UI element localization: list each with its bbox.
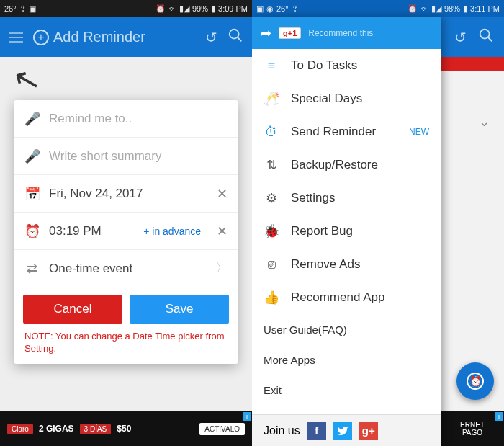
ad-banner-partial[interactable]: i ERNET PAGO xyxy=(441,411,504,446)
drawer-item-more-apps[interactable]: More Apps xyxy=(252,344,441,375)
menu-icon[interactable] xyxy=(9,32,23,43)
history-icon[interactable]: ↺ xyxy=(454,29,467,46)
ad-banner[interactable]: Claro 2 GIGAS 3 DÍAS $50 ACTIVALO i xyxy=(0,411,252,446)
ad-text-2: PAGO xyxy=(462,429,482,437)
temp-indicator: 26° xyxy=(276,4,289,13)
remind-title-input[interactable]: Remind me to.. xyxy=(49,112,228,126)
drawer-item-label: Send Reminder xyxy=(291,125,397,139)
history-icon[interactable]: ↺ xyxy=(205,29,217,46)
google-plus-badge[interactable]: g+1 xyxy=(279,27,301,39)
appbar-title-label: Add Reminder xyxy=(53,29,145,45)
ad-days: 3 DÍAS xyxy=(80,424,112,434)
ads-icon: ⎚ xyxy=(264,257,279,272)
drawer-item-backup[interactable]: ⇅ Backup/Restore xyxy=(252,148,441,182)
drawer-item-recommend-app[interactable]: 👍 Recommend App xyxy=(252,281,441,314)
cancel-button[interactable]: Cancel xyxy=(23,295,122,324)
join-us-label: Join us xyxy=(264,424,300,437)
ad-info-icon[interactable]: i xyxy=(243,412,251,421)
drawer-item-remove-ads[interactable]: ⎚ Remove Ads xyxy=(252,248,441,281)
repeat-value[interactable]: One-time event xyxy=(49,262,206,276)
drawer-item-todo[interactable]: ≡ To Do Tasks xyxy=(252,49,441,82)
summary-input[interactable]: Write short summary xyxy=(49,149,228,164)
clear-date-icon[interactable]: ✕ xyxy=(217,186,228,202)
ad-cta-button[interactable]: ACTIVALO xyxy=(199,423,245,435)
temp-indicator: 26° xyxy=(4,4,17,13)
drawer-item-report-bug[interactable]: 🐞 Report Bug xyxy=(252,215,441,248)
arrow-decoration: ↖ xyxy=(9,58,44,101)
google-plus-icon[interactable]: g+ xyxy=(359,422,378,440)
svg-point-2 xyxy=(480,30,490,39)
calendar-icon: 📅 xyxy=(24,186,39,202)
drawer-join-us: Join us f g+ xyxy=(252,414,441,446)
drawer-item-special-days[interactable]: 🥂 Special Days xyxy=(252,82,441,115)
phone-right-screenshot: ▣ ◉ 26° ⇪ ⏰ ᯤ ▮◢ 98% ▮ 3:11 PM ↺ ⌄ ⏰ xyxy=(252,0,504,446)
mic-icon[interactable]: 🎤 xyxy=(24,148,39,164)
clear-time-icon[interactable]: ✕ xyxy=(217,223,228,239)
add-reminder-title[interactable]: + Add Reminder xyxy=(33,29,195,45)
screen-content: ↖ 🎤 Remind me to.. 🎤 Write short summary… xyxy=(0,57,252,446)
new-badge: NEW xyxy=(409,127,429,137)
facebook-icon[interactable]: f xyxy=(307,422,326,440)
add-reminder-fab[interactable]: ⏰ xyxy=(456,362,494,400)
ad-brand: Claro xyxy=(7,424,33,434)
battery-percent: 99% xyxy=(192,4,208,13)
dialog-note: NOTE: You can change a Date Time picker … xyxy=(14,331,238,364)
drawer-item-label: Backup/Restore xyxy=(291,158,429,172)
drawer-item-label: Exit xyxy=(264,384,429,396)
repeat-icon: ⇄ xyxy=(24,261,39,277)
twitter-icon[interactable] xyxy=(333,422,352,440)
date-row[interactable]: 📅 Fri, Nov 24, 2017 ✕ xyxy=(14,175,238,213)
drawer-item-label: Recommend App xyxy=(291,290,429,305)
in-advance-link[interactable]: + in advance xyxy=(143,226,201,237)
alarm-icon: ⏰ xyxy=(408,4,418,14)
camera-icon: ◉ xyxy=(266,4,274,14)
svg-line-1 xyxy=(238,37,242,42)
clock-icon: ⏰ xyxy=(24,223,39,239)
svg-line-3 xyxy=(488,37,492,42)
chevron-down-icon[interactable]: ⌄ xyxy=(479,114,490,130)
drawer-item-label: Report Bug xyxy=(291,224,429,238)
picture-icon: ▣ xyxy=(256,4,264,14)
time-row[interactable]: ⏰ 03:19 PM + in advance ✕ xyxy=(14,213,238,250)
drawer-item-label: User Guide(FAQ) xyxy=(264,324,429,336)
search-icon[interactable] xyxy=(228,27,243,47)
battery-percent: 98% xyxy=(444,4,460,13)
date-value[interactable]: Fri, Nov 24, 2017 xyxy=(49,187,207,201)
remind-title-row[interactable]: 🎤 Remind me to.. xyxy=(14,100,238,138)
dropbox-icon: ⇪ xyxy=(19,4,26,14)
ad-info-icon[interactable]: i xyxy=(495,412,503,421)
drawer-item-exit[interactable]: Exit xyxy=(252,375,441,405)
alarm-send-icon: ⏱ xyxy=(264,125,279,140)
navigation-drawer: ➦ g+1 Recommend this ≡ To Do Tasks 🥂 Spe… xyxy=(252,17,441,446)
ad-text-1: ERNET xyxy=(460,421,485,429)
drawer-item-settings[interactable]: ⚙ Settings xyxy=(252,182,441,215)
svg-point-0 xyxy=(230,30,239,39)
backup-icon: ⇅ xyxy=(264,157,279,173)
plus-circle-icon: + xyxy=(33,30,49,45)
screenshot-icon: ▣ xyxy=(29,4,36,14)
repeat-row[interactable]: ⇄ One-time event 〉 xyxy=(14,250,238,287)
drawer-item-user-guide[interactable]: User Guide(FAQ) xyxy=(252,314,441,344)
drawer-item-label: More Apps xyxy=(264,354,429,366)
mic-icon[interactable]: 🎤 xyxy=(24,111,39,127)
search-icon[interactable] xyxy=(478,27,494,47)
save-button[interactable]: Save xyxy=(130,295,229,324)
thumbs-up-icon: 👍 xyxy=(264,290,279,305)
drawer-item-label: Settings xyxy=(291,191,429,205)
summary-row[interactable]: 🎤 Write short summary xyxy=(14,138,238,175)
bug-icon: 🐞 xyxy=(264,223,279,239)
drawer-list: ≡ To Do Tasks 🥂 Special Days ⏱ Send Remi… xyxy=(252,49,441,414)
battery-icon: ▮ xyxy=(463,4,467,14)
add-reminder-dialog: 🎤 Remind me to.. 🎤 Write short summary 📅… xyxy=(14,100,238,364)
recommend-text[interactable]: Recommend this xyxy=(308,28,373,38)
ad-text: 2 GIGAS xyxy=(39,424,74,434)
share-icon[interactable]: ➦ xyxy=(261,25,271,41)
drawer-item-label: Special Days xyxy=(291,92,429,106)
cheers-icon: 🥂 xyxy=(264,91,279,107)
drawer-item-label: To Do Tasks xyxy=(291,58,429,73)
drawer-header: ➦ g+1 Recommend this xyxy=(252,17,441,49)
wifi-icon: ᯤ xyxy=(168,4,176,13)
drawer-item-send-reminder[interactable]: ⏱ Send Reminder NEW xyxy=(252,115,441,148)
time-value[interactable]: 03:19 PM xyxy=(49,224,133,238)
alarm-icon: ⏰ xyxy=(156,4,166,14)
